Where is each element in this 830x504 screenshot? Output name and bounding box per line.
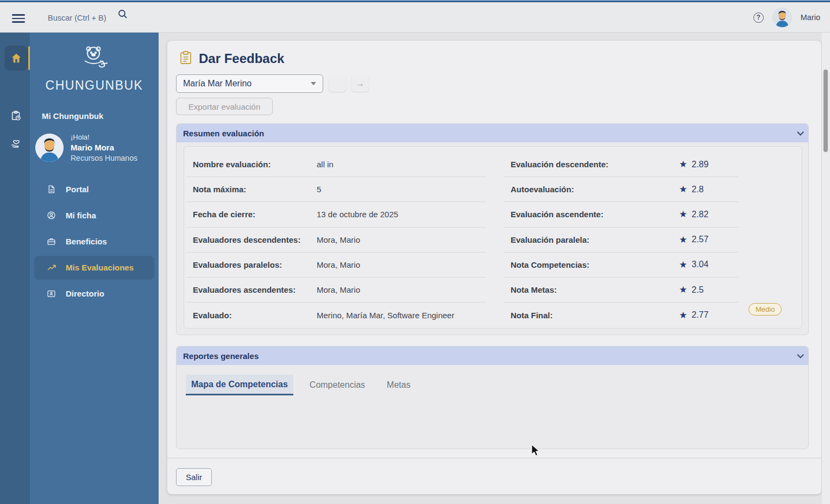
table-row: Evaluación descendente: 2.89: [504, 152, 739, 177]
reports-panel-header[interactable]: Reportes generales: [177, 346, 808, 365]
person-circle-icon: [47, 211, 56, 220]
person-select-value: María Mar Merino: [183, 79, 251, 89]
feedback-clipboard-icon: [179, 51, 192, 67]
table-row: Nota Metas: 2.5: [504, 278, 739, 303]
search-icon[interactable]: [117, 9, 128, 22]
reports-panel-title: Reportes generales: [183, 351, 259, 361]
sidebar-item-label: Directorio: [66, 289, 104, 298]
chevron-down-icon: [311, 82, 316, 85]
page-title: Dar Feedback: [199, 51, 284, 66]
sidebar-item-directorio[interactable]: Directorio: [34, 282, 154, 306]
table-row: Evaluadores paralelos: Mora, Mario: [186, 253, 486, 278]
reports-panel: Reportes generales Mapa de Competencias …: [176, 346, 809, 449]
star-icon: [679, 235, 687, 244]
briefcase-icon: [47, 237, 56, 247]
star-icon: [679, 260, 687, 269]
table-row: Evaluadores descendentes: Mora, Mario: [186, 228, 486, 253]
divider: [167, 458, 821, 458]
main-content: Dar Feedback María Mar Merino → Exportar…: [167, 41, 821, 494]
prev-person-button[interactable]: [329, 75, 346, 92]
table-row: Autoevaluación: 2.8: [504, 177, 739, 202]
star-icon: [679, 311, 687, 320]
table-row: Evaluación paralela: 2.57: [504, 228, 739, 253]
sidebar-avatar: [35, 134, 64, 162]
star-icon: [679, 160, 687, 169]
table-row: Fecha de cierre: 13 de octubre de 2025: [186, 202, 486, 227]
trending-up-icon: [47, 263, 56, 273]
sidebar-item-mi-ficha[interactable]: Mi ficha: [34, 204, 154, 228]
logo-otter-icon: [77, 65, 112, 74]
tab-competencias[interactable]: Competencias: [304, 375, 370, 395]
search-placeholder: Buscar (Ctrl + B): [48, 14, 106, 22]
vertical-scrollbar[interactable]: [822, 33, 830, 504]
table-row: Evaluación ascendente: 2.82: [504, 202, 739, 227]
summary-panel-title: Resumen evaluación: [183, 129, 264, 138]
star-icon: [679, 285, 687, 294]
table-row: Nombre evaluación: all in: [186, 152, 486, 177]
profile-name: Mario Mora: [71, 142, 137, 153]
table-row: Evaluadores ascendentes: Mora, Mario: [186, 278, 486, 303]
sidebar-item-mis-evaluaciones[interactable]: Mis Evaluaciones: [34, 256, 154, 280]
reports-tabs: Mapa de Competencias Competencias Metas: [186, 375, 416, 395]
clipboard-clock-icon[interactable]: [4, 103, 28, 128]
icon-rail: [0, 33, 30, 504]
topbar: Buscar (Ctrl + B) ? Mario: [0, 2, 830, 33]
hamburger-menu-icon[interactable]: [12, 12, 25, 23]
search-input[interactable]: Buscar (Ctrl + B): [48, 10, 106, 26]
chevron-down-icon[interactable]: [797, 129, 804, 136]
home-icon[interactable]: [4, 46, 28, 71]
scrollbar-thumb[interactable]: [823, 70, 828, 152]
exit-button[interactable]: Salir: [176, 468, 212, 486]
sidebar-menu: Portal Mi ficha Beneficios Mis Evaluacio…: [30, 178, 159, 306]
tab-metas[interactable]: Metas: [381, 375, 416, 395]
sidebar-item-label: Beneficios: [66, 237, 107, 246]
person-select[interactable]: María Mar Merino: [176, 74, 323, 93]
sidebar: CHUNGUNBUK Mi Chungunbuk ¡Hola! Mario Mo…: [30, 33, 159, 504]
summary-panel-header[interactable]: Resumen evaluación: [177, 124, 808, 142]
logo-text: CHUNGUNBUK: [30, 78, 159, 93]
status-badge: Medio: [749, 303, 782, 316]
sidebar-item-beneficios[interactable]: Beneficios: [34, 230, 154, 254]
sidebar-item-label: Portal: [66, 185, 89, 194]
sidebar-item-portal[interactable]: Portal: [34, 178, 154, 201]
sidebar-item-label: Mis Evaluaciones: [66, 263, 134, 272]
summary-panel: Resumen evaluación Nombre evaluación: al…: [176, 123, 809, 335]
star-icon: [679, 210, 687, 219]
sidebar-profile: ¡Hola! Mario Mora Recursos Humanos: [35, 133, 159, 163]
chevron-down-icon[interactable]: [797, 351, 804, 358]
summary-right-table: Evaluación descendente: 2.89 Autoevaluac…: [504, 152, 739, 327]
table-row: Nota Final: 2.77: [504, 303, 739, 327]
star-icon: [679, 185, 687, 194]
document-icon: [47, 185, 56, 194]
sidebar-item-label: Mi ficha: [66, 211, 96, 220]
sidebar-section-label: Mi Chungunbuk: [42, 111, 159, 121]
avatar[interactable]: [772, 8, 792, 27]
export-evaluation-button[interactable]: Exportar evaluación: [176, 98, 273, 115]
table-row: Nota Competencias: 3.04: [504, 253, 739, 278]
hand-heart-icon[interactable]: [4, 130, 28, 155]
summary-body: Nombre evaluación: all in Nota máxima: 5…: [184, 146, 802, 329]
id-card-icon: [47, 289, 56, 299]
table-row: Evaluado: Merino, María Mar, Software En…: [186, 303, 486, 327]
help-icon[interactable]: ?: [753, 12, 764, 23]
summary-left-table: Nombre evaluación: all in Nota máxima: 5…: [186, 152, 486, 327]
tab-mapa-de-competencias[interactable]: Mapa de Competencias: [186, 375, 293, 395]
greeting: ¡Hola!: [71, 133, 137, 142]
table-row: Nota máxima: 5: [186, 177, 486, 202]
profile-role: Recursos Humanos: [71, 153, 137, 163]
next-person-button[interactable]: →: [351, 75, 369, 92]
topbar-user-name: Mario: [801, 13, 820, 22]
